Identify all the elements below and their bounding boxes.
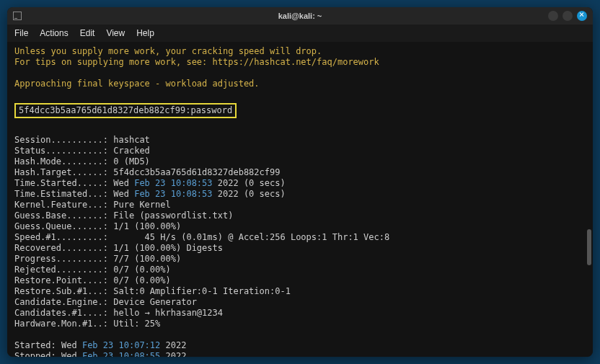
menu-file[interactable]: File — [14, 28, 28, 38]
scrollbar-thumb[interactable] — [587, 229, 591, 265]
stat-candidates: Candidates.#1....: hello → hkrhasan@1234 — [14, 308, 586, 319]
menubar: File Actions Edit View Help — [7, 25, 593, 42]
stat-target: Hash.Target......: 5f4dcc3b5aa765d61d832… — [14, 167, 586, 178]
stat-base: Guess.Base.......: File (passwordlist.tx… — [14, 210, 586, 221]
titlebar[interactable]: kali@kali: ~ — [7, 7, 593, 25]
stat-estimated: Time.Estimated...: Wed Feb 23 10:08:53 2… — [14, 189, 586, 200]
stat-recovered: Recovered........: 1/1 (100.00%) Digests — [14, 243, 586, 254]
stat-started: Time.Started.....: Wed Feb 23 10:08:53 2… — [14, 178, 586, 189]
menu-help[interactable]: Help — [136, 28, 154, 38]
close-button[interactable] — [577, 11, 587, 21]
stat-speed: Speed.#1.........: 45 H/s (0.01ms) @ Acc… — [14, 232, 586, 243]
menu-actions[interactable]: Actions — [40, 28, 68, 38]
warn-line-2: For tips on supplying more work, see: ht… — [14, 57, 586, 68]
titlebar-left — [13, 12, 26, 20]
stat-rejected: Rejected.........: 0/7 (0.00%) — [14, 265, 586, 275]
menu-edit[interactable]: Edit — [80, 28, 95, 38]
window-controls — [548, 11, 587, 21]
menu-view[interactable]: View — [106, 28, 125, 38]
terminal-body[interactable]: Unless you supply more work, your cracki… — [7, 42, 593, 357]
stat-queue: Guess.Queue......: 1/1 (100.00%) — [14, 221, 586, 232]
terminal-icon — [13, 12, 22, 20]
stat-restore-point: Restore.Point....: 0/7 (0.00%) — [14, 275, 586, 286]
stat-cand-engine: Candidate.Engine.: Device Generator — [14, 297, 586, 308]
stat-hardware: Hardware.Mon.#1..: Util: 25% — [14, 319, 586, 329]
blank-2 — [14, 89, 586, 100]
stat-status: Status...........: Cracked — [14, 146, 586, 156]
stat-mode: Hash.Mode........: 0 (MD5) — [14, 156, 586, 167]
stat-session: Session..........: hashcat — [14, 135, 586, 146]
stat-restore-sub: Restore.Sub.#1...: Salt:0 Amplifier:0-1 … — [14, 286, 586, 297]
cracked-hash-highlight: 5f4dcc3b5aa765d61d8327deb882cf99:passwor… — [14, 103, 237, 118]
blank-1 — [14, 68, 586, 79]
blank-3 — [14, 124, 586, 135]
stopped-line: Stopped: Wed Feb 23 10:08:55 2022 — [14, 351, 586, 357]
window-title: kali@kali: ~ — [278, 12, 322, 20]
stat-feature: Kernel.Feature...: Pure Kernel — [14, 200, 586, 210]
warn-line-1: Unless you supply more work, your cracki… — [14, 46, 586, 57]
minimize-button[interactable] — [548, 11, 558, 21]
keyspace-line: Approaching final keyspace - workload ad… — [14, 79, 586, 89]
cracked-hash-text: 5f4dcc3b5aa765d61d8327deb882cf99:passwor… — [19, 105, 232, 115]
terminal-window: kali@kali: ~ File Actions Edit View Help… — [7, 7, 593, 357]
stat-progress: Progress.........: 7/7 (100.00%) — [14, 254, 586, 265]
blank-4 — [14, 329, 586, 340]
started-line: Started: Wed Feb 23 10:07:12 2022 — [14, 340, 586, 351]
maximize-button[interactable] — [562, 11, 573, 21]
